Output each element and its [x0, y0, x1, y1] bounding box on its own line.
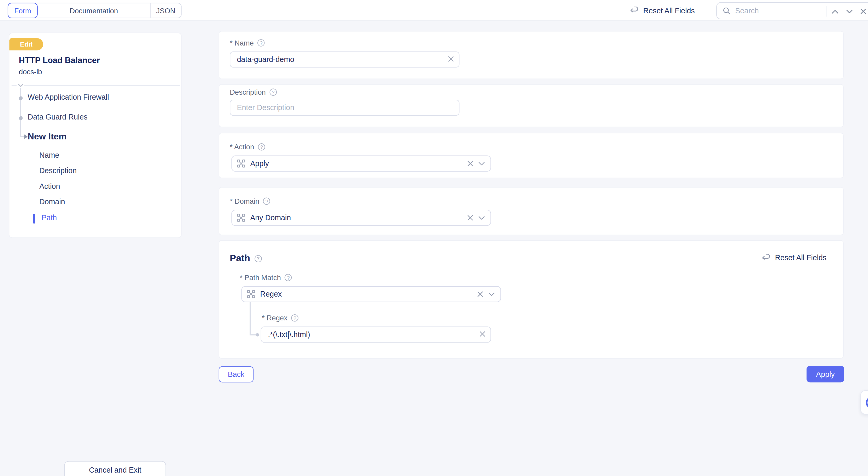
clear-icon[interactable] — [479, 331, 486, 337]
name-input[interactable] — [230, 52, 459, 67]
search-icon — [722, 6, 731, 15]
chevron-down-icon[interactable] — [478, 161, 485, 166]
edit-badge: Edit — [9, 38, 43, 51]
sidebar-item-new-item[interactable]: New Item — [28, 132, 67, 142]
reference-icon — [237, 159, 245, 168]
search-divider — [826, 6, 827, 17]
help-icon[interactable] — [270, 89, 277, 96]
help-icon[interactable] — [285, 274, 292, 281]
clear-icon[interactable] — [477, 291, 483, 297]
reset-all-fields-button[interactable]: Reset All Fields — [630, 0, 695, 21]
path-card: Path Reset All Fields * Path Match — [219, 240, 844, 358]
sidebar-item-name[interactable]: Name — [39, 151, 59, 160]
page: Form Documentation JSON Reset All Fields — [0, 0, 868, 476]
reference-icon — [247, 290, 255, 298]
action-label: * Action — [230, 143, 254, 151]
sidebar: Edit HTTP Load Balancer docs-lb Web Appl… — [9, 33, 182, 238]
tab-documentation[interactable]: Documentation — [38, 3, 150, 18]
sidebar-divider — [11, 85, 180, 86]
domain-card: * Domain Any Domain — [219, 187, 844, 235]
sidebar-subtitle: docs-lb — [19, 67, 42, 76]
help-ring-icon — [866, 397, 868, 408]
domain-label: * Domain — [230, 197, 259, 205]
nested-connector-line — [250, 334, 256, 335]
chevron-down-icon[interactable] — [488, 292, 495, 296]
description-card: Description — [219, 84, 844, 127]
clear-icon[interactable] — [448, 56, 454, 62]
back-button[interactable]: Back — [219, 367, 253, 382]
collapse-caret-icon[interactable] — [17, 83, 24, 88]
tree-connector-line — [20, 88, 21, 136]
reset-all-fields-label: Reset All Fields — [643, 6, 695, 14]
action-card: * Action Apply — [219, 133, 844, 178]
sidebar-title: HTTP Load Balancer — [19, 56, 100, 65]
path-match-select[interactable]: Regex — [242, 286, 501, 302]
sidebar-item-action[interactable]: Action — [39, 182, 60, 190]
sidebar-item-data-guard-rules[interactable]: Data Guard Rules — [28, 113, 88, 121]
tree-arrow-icon — [24, 134, 28, 139]
regex-label: * Regex — [262, 314, 287, 322]
help-icon[interactable] — [258, 143, 265, 151]
cancel-and-exit-button[interactable]: Cancel and Exit — [64, 461, 166, 476]
help-icon[interactable] — [263, 197, 271, 205]
search-close-button[interactable] — [857, 3, 868, 20]
apply-button[interactable]: Apply — [807, 366, 844, 382]
chevron-down-icon[interactable] — [478, 216, 485, 220]
description-label: Description — [230, 88, 266, 96]
tree-connector-stub — [20, 136, 24, 137]
sidebar-item-domain[interactable]: Domain — [39, 197, 65, 206]
search-next-button[interactable] — [843, 3, 856, 20]
view-tab-group: Form Documentation JSON — [8, 3, 182, 18]
domain-select[interactable]: Any Domain — [231, 210, 491, 226]
help-widget-button[interactable] — [860, 390, 868, 415]
undo-icon — [762, 254, 771, 261]
search-prev-button[interactable] — [829, 3, 841, 20]
top-bar: Form Documentation JSON Reset All Fields — [0, 0, 868, 21]
path-reset-label: Reset All Fields — [775, 253, 827, 262]
help-icon[interactable] — [254, 255, 262, 262]
tree-bullet-icon — [19, 116, 23, 120]
path-match-select-value: Regex — [260, 290, 472, 298]
sidebar-item-description[interactable]: Description — [39, 167, 76, 175]
tab-json[interactable]: JSON — [150, 3, 181, 18]
active-item-indicator — [33, 214, 35, 224]
tab-form[interactable]: Form — [8, 3, 38, 18]
help-icon[interactable] — [258, 39, 265, 46]
sidebar-item-web-application-firewall[interactable]: Web Application Firewall — [28, 93, 109, 101]
action-select[interactable]: Apply — [231, 156, 491, 171]
action-select-value: Apply — [250, 159, 462, 168]
search-input[interactable] — [735, 6, 818, 15]
clear-icon[interactable] — [467, 161, 473, 167]
nested-connector-dot — [256, 333, 259, 336]
undo-icon — [630, 6, 639, 14]
name-label: * Name — [230, 39, 254, 47]
name-card: * Name — [219, 31, 844, 79]
clear-icon[interactable] — [467, 215, 473, 221]
path-section-title: Path — [230, 253, 250, 264]
description-input[interactable] — [230, 100, 459, 116]
path-reset-all-fields-button[interactable]: Reset All Fields — [762, 253, 827, 262]
regex-input[interactable] — [261, 326, 491, 342]
sidebar-item-path[interactable]: Path — [41, 214, 57, 222]
nested-connector-line — [250, 302, 250, 334]
tree-bullet-icon — [19, 96, 23, 100]
help-icon[interactable] — [291, 314, 299, 322]
reference-icon — [237, 214, 245, 222]
domain-select-value: Any Domain — [250, 214, 462, 222]
path-match-label: * Path Match — [240, 273, 281, 282]
search-box — [716, 2, 868, 19]
